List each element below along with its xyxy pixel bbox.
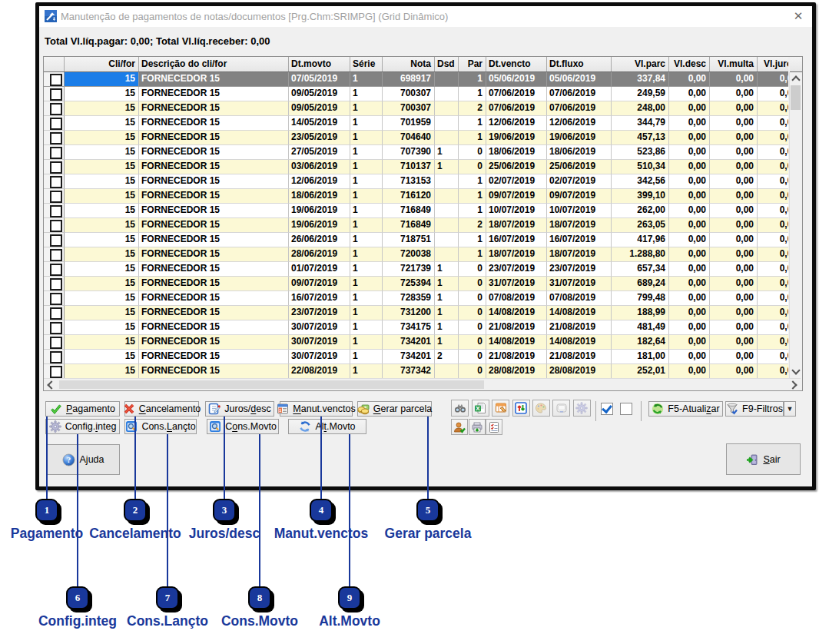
cancelamento-button[interactable]: Cancelamento [124, 401, 199, 417]
column-header-jur[interactable]: Vl.juros [758, 57, 788, 71]
f9-filtros-button[interactable]: F9-Filtros [725, 401, 784, 417]
sair-button[interactable]: Sair [726, 443, 801, 475]
row-checkbox[interactable] [50, 278, 62, 290]
column-header-fluxo[interactable]: Dt.fluxo [547, 57, 612, 71]
row-select-cell[interactable] [44, 277, 65, 291]
column-header-multa[interactable]: Vl.multa [710, 57, 758, 71]
table-row[interactable]: 15FORNECEDOR 1523/05/20191704640119/06/2… [44, 131, 788, 145]
row-select-cell[interactable] [44, 189, 65, 204]
horizontal-scrollbar[interactable] [44, 378, 801, 390]
row-checkbox[interactable] [50, 220, 62, 232]
column-header-dsd[interactable]: Dsd [435, 57, 459, 71]
row-select-cell[interactable] [44, 101, 65, 116]
column-header-movto[interactable]: Dt.movto [289, 57, 350, 71]
juros-desc-button[interactable]: Juros/desc [205, 401, 274, 417]
column-header-desc[interactable]: Descrição do cli/for [139, 57, 289, 71]
column-header-serie[interactable]: Série [350, 57, 383, 71]
row-select-cell[interactable] [44, 160, 65, 174]
table-row[interactable]: 15FORNECEDOR 1523/07/201917312001014/08/… [44, 306, 788, 320]
row-checkbox[interactable] [50, 351, 62, 363]
row-select-cell[interactable] [44, 306, 65, 320]
table-row[interactable]: 15FORNECEDOR 1526/06/20191718751116/07/2… [44, 233, 788, 247]
column-header-parc[interactable]: Vl.parc [612, 57, 669, 71]
row-select-cell[interactable] [44, 204, 65, 218]
row-checkbox[interactable] [50, 307, 62, 320]
row-select-cell[interactable] [44, 233, 65, 247]
row-checkbox[interactable] [50, 103, 62, 115]
column-header-par[interactable]: Par [459, 57, 486, 71]
horizontal-scroll-thumb[interactable] [59, 380, 484, 389]
row-select-cell[interactable] [44, 247, 65, 262]
row-select-cell[interactable] [44, 320, 65, 335]
row-checkbox[interactable] [50, 161, 62, 174]
table-row[interactable]: 15FORNECEDOR 1516/07/201917283591007/08/… [44, 291, 788, 306]
scroll-up-button[interactable] [790, 72, 801, 85]
alt-movto-button[interactable]: Alt.Movto [288, 419, 366, 434]
user-check-button[interactable] [451, 419, 468, 435]
table-row[interactable]: 15FORNECEDOR 1507/05/20191698917105/06/2… [44, 72, 788, 87]
row-checkbox[interactable] [50, 264, 62, 276]
ajuda-button[interactable]: ?Ajuda [46, 444, 120, 475]
deselect-all-checkbox[interactable] [618, 401, 634, 417]
checklist-button[interactable] [486, 419, 502, 435]
table-row[interactable]: 15FORNECEDOR 1528/06/20191720038118/07/2… [44, 247, 788, 262]
table-row[interactable]: 15FORNECEDOR 1519/06/20191716849110/07/2… [44, 204, 788, 218]
table-row[interactable]: 15FORNECEDOR 1512/06/20191713153102/07/2… [44, 174, 788, 189]
table-row[interactable]: 15FORNECEDOR 1509/07/201917253941031/07/… [44, 277, 788, 291]
excel-export-button[interactable]: X [472, 400, 489, 417]
printer-save-button[interactable] [469, 419, 486, 435]
gerar-parcela-button[interactable]: Gerar parcela [357, 401, 432, 417]
sort-arrows-button[interactable] [512, 400, 530, 417]
scroll-down-button[interactable] [790, 365, 801, 378]
table-row[interactable]: 15FORNECEDOR 1530/07/201917341751021/08/… [44, 320, 788, 335]
pagamento-button[interactable]: Pagamento [45, 401, 120, 417]
row-checkbox[interactable] [50, 74, 62, 86]
select-all-checkbox[interactable] [599, 401, 615, 417]
row-select-cell[interactable] [44, 131, 65, 145]
scroll-right-button[interactable] [788, 379, 801, 390]
row-checkbox[interactable] [50, 249, 62, 261]
scroll-left-button[interactable] [44, 379, 57, 390]
table-row[interactable]: 15FORNECEDOR 1518/06/20191716120109/07/2… [44, 189, 788, 204]
row-checkbox[interactable] [50, 191, 62, 203]
row-select-cell[interactable] [44, 218, 65, 233]
column-header-vdesc[interactable]: Vl.desc [669, 57, 710, 71]
row-select-cell[interactable] [44, 291, 65, 306]
row-checkbox[interactable] [50, 322, 62, 334]
grid-hand-button[interactable] [492, 400, 509, 417]
table-row[interactable]: 15FORNECEDOR 1519/06/20191716849218/07/2… [44, 218, 788, 233]
cons-movto-button[interactable]: Cons.Movto [207, 419, 279, 434]
row-select-cell[interactable] [44, 72, 65, 87]
vertical-scrollbar[interactable] [789, 72, 802, 378]
row-checkbox[interactable] [50, 337, 62, 349]
row-select-cell[interactable] [44, 364, 65, 378]
row-checkbox[interactable] [50, 234, 62, 247]
table-row[interactable]: 15FORNECEDOR 1530/07/201917342011014/08/… [44, 335, 788, 350]
config-integ-button[interactable]: Config.integ [45, 419, 120, 434]
row-checkbox[interactable] [50, 118, 62, 130]
row-checkbox[interactable] [50, 293, 62, 305]
row-checkbox[interactable] [50, 88, 62, 101]
row-select-cell[interactable] [44, 350, 65, 364]
row-checkbox[interactable] [50, 366, 62, 378]
table-row[interactable]: 15FORNECEDOR 1530/07/201917342012021/08/… [44, 350, 788, 364]
column-header-cb[interactable] [44, 57, 65, 71]
f9-filtros-dropdown-button[interactable]: ▼ [784, 401, 796, 417]
row-checkbox[interactable] [50, 205, 62, 217]
table-row[interactable]: 15FORNECEDOR 1527/05/201917073901018/06/… [44, 145, 788, 160]
table-row[interactable]: 15FORNECEDOR 1509/05/20191700307207/06/2… [44, 101, 788, 116]
table-row[interactable]: 15FORNECEDOR 1501/07/201917217391023/07/… [44, 262, 788, 277]
table-row[interactable]: 15FORNECEDOR 1509/05/20191700307107/06/2… [44, 87, 788, 101]
row-checkbox[interactable] [50, 176, 62, 188]
palette-button[interactable] [532, 400, 550, 417]
row-checkbox[interactable] [50, 147, 62, 159]
table-row[interactable]: 15FORNECEDOR 1522/08/20191737342028/08/2… [44, 364, 788, 378]
f5-atualizar-button[interactable]: F5-Atualizar [648, 401, 723, 417]
table-row[interactable]: 15FORNECEDOR 1503/06/201917101371025/06/… [44, 160, 788, 174]
column-header-nota[interactable]: Nota [383, 57, 435, 71]
close-icon[interactable]: ✕ [791, 8, 805, 24]
row-select-cell[interactable] [44, 174, 65, 189]
keyboard-key-button[interactable] [552, 400, 570, 417]
vertical-scroll-thumb[interactable] [791, 85, 801, 110]
row-select-cell[interactable] [44, 262, 65, 277]
